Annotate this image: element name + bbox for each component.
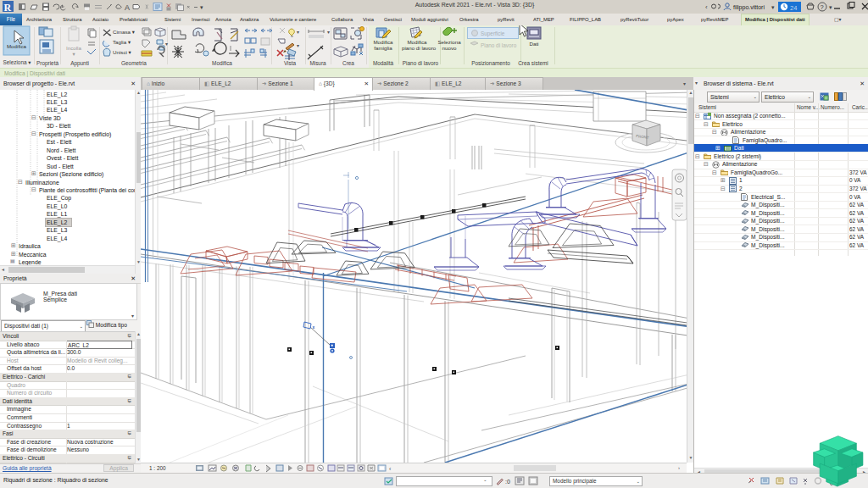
svg-text:▾: ▾ (297, 43, 299, 48)
svg-text:▾: ▾ (771, 4, 775, 10)
svg-text:▾: ▾ (200, 4, 203, 10)
svg-text:R: R (4, 2, 12, 14)
svg-text:‹: ‹ (705, 3, 708, 11)
svg-text::0: :0 (505, 479, 510, 485)
svg-text:Superficie: Superficie (481, 30, 505, 37)
svg-text:▾: ▾ (165, 42, 168, 47)
svg-text:filippo.vittori: filippo.vittori (733, 4, 765, 11)
svg-text:A: A (125, 3, 130, 12)
svg-text:‹: ‹ (389, 466, 392, 472)
svg-text:▾: ▾ (297, 30, 299, 35)
svg-text:Piano di lavoro: Piano di lavoro (481, 42, 517, 48)
svg-text:▾: ▾ (327, 30, 330, 35)
svg-text:?: ? (821, 3, 824, 11)
svg-text:24: 24 (790, 4, 797, 12)
